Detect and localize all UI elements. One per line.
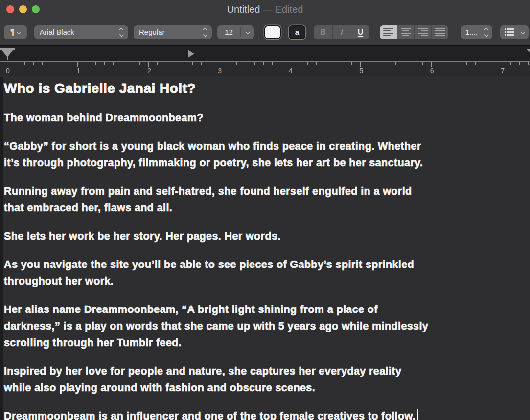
align-left-button[interactable] [380, 25, 397, 39]
document-heading: Who is Gabrielle Janai Holt? [4, 80, 527, 97]
font-family-value: Arial Black [40, 28, 74, 36]
ruler-tick [139, 62, 140, 65]
text-line: The woman behind Dreammoonbeam? [4, 110, 527, 126]
align-right-icon [418, 28, 428, 37]
chevron-up-down-icon [204, 28, 207, 36]
close-button[interactable] [6, 5, 14, 13]
ruler-tick [33, 62, 34, 65]
document-paragraph: Running away from pain and self-hatred, … [4, 183, 527, 216]
list-style-select[interactable] [500, 25, 529, 39]
text-line: Running away from pain and self-hatred, … [4, 183, 527, 199]
zoom-button[interactable] [32, 5, 40, 13]
ruler-tick [484, 62, 484, 65]
text-line: throughout her work. [4, 273, 527, 289]
text-line: Who is Gabrielle Janai Holt? [4, 80, 527, 97]
text-line: Inspired by her love for people and natu… [4, 363, 527, 379]
bold-button[interactable]: B [314, 25, 332, 39]
background-color-well[interactable]: a [289, 25, 305, 39]
ruler-number: 1 [76, 67, 80, 75]
bold-italic-underline-group: B I U [314, 25, 369, 39]
ruler-tick [184, 62, 184, 65]
align-center-button[interactable] [397, 25, 414, 39]
document-editing-area[interactable]: Who is Gabrielle Janai Holt?The woman be… [0, 77, 530, 420]
format-toolbar: ¶ Arial Black Regular 12 a B I U [0, 19, 530, 46]
ruler-tick [113, 62, 114, 65]
italic-button[interactable]: I [332, 25, 351, 39]
ruler-tick [528, 62, 529, 65]
ruler-tick [334, 62, 334, 65]
ruler-tick [16, 62, 16, 65]
ruler-tick [157, 62, 158, 65]
text-line: “Gabby” for short is a young black woman… [4, 138, 527, 155]
document-paragraph: Dreammoonbeam is an influencer and one o… [4, 408, 527, 420]
align-justify-icon [435, 28, 445, 37]
document-text: Who is Gabrielle Janai Holt?The woman be… [4, 80, 527, 420]
font-size-value: 12 [217, 28, 240, 36]
ruler-tick [87, 62, 87, 65]
paragraph-styles-dropdown[interactable]: ¶ [4, 25, 27, 39]
ruler-tick [95, 62, 96, 65]
traffic-lights [6, 5, 40, 13]
ruler-tick [24, 62, 25, 65]
ruler-tick [122, 62, 122, 65]
line-spacing-value: 1.... [465, 28, 478, 36]
ruler-tick [131, 62, 131, 65]
ruler-tick [51, 62, 51, 65]
document-paragraph: Her alias name Dreammoonbeam, “A bright … [4, 301, 527, 351]
line-spacing-select[interactable]: 1.... [461, 25, 492, 39]
ruler-tick [166, 62, 166, 65]
text-line: darkness,” is a play on words that she c… [4, 318, 527, 334]
minimize-button[interactable] [19, 5, 27, 13]
ruler-tick [449, 62, 449, 65]
ruler-number: 4 [289, 67, 293, 75]
document-paragraph: Inspired by her love for people and natu… [4, 363, 527, 396]
ruler-tick [510, 62, 511, 65]
ruler-tick [42, 62, 43, 65]
underline-button[interactable]: U [351, 25, 369, 39]
ruler-tick [466, 62, 467, 65]
text-line: while also playing around with fashion a… [4, 379, 527, 396]
tab-stop-marker[interactable] [188, 50, 194, 58]
ruler-tick [458, 62, 458, 65]
document-left-gutter [0, 77, 3, 420]
ruler-tick [246, 62, 246, 65]
title-bar: Untitled — Edited [0, 0, 530, 19]
document-paragraph: She lets her work be her story. Her page… [4, 228, 527, 244]
text-color-well[interactable] [264, 25, 281, 39]
chevron-up-down-icon [485, 28, 488, 36]
align-justify-button[interactable] [431, 25, 448, 39]
chevron-down-icon [521, 30, 525, 34]
ruler-tick [316, 62, 317, 65]
ruler-tick [236, 62, 237, 65]
ruler-tick [210, 62, 210, 65]
text-line: Her alias name Dreammoonbeam, “A bright … [4, 301, 527, 318]
bold-label: B [320, 28, 326, 37]
ruler-tick [272, 62, 273, 65]
right-indent-marker[interactable] [526, 49, 530, 55]
text-line: scrolling through her Tumblr feed. [4, 334, 527, 351]
background-color-well-label: a [295, 28, 299, 36]
font-size-combo[interactable]: 12 [217, 25, 254, 39]
text-cursor [417, 409, 418, 420]
ruler-tick [175, 62, 175, 65]
ruler-tick [69, 62, 69, 65]
window-title: Untitled — Edited [227, 4, 303, 15]
font-size-dropdown-button[interactable] [241, 31, 254, 34]
font-family-select[interactable]: Arial Black [34, 25, 128, 39]
ruler-tick [395, 62, 396, 65]
ruler-tick [263, 62, 264, 65]
ruler-ticks: 01234567 [0, 61, 530, 76]
document-paragraph: As you navigate the site you’ll be able … [4, 256, 527, 289]
ruler-marker-band [0, 46, 530, 61]
align-left-icon [383, 28, 393, 37]
align-right-button[interactable] [414, 25, 431, 39]
ruler-number: 5 [359, 67, 363, 75]
ruler-tick [192, 62, 193, 65]
document-paragraph: “Gabby” for short is a young black woman… [4, 138, 527, 171]
typeface-select[interactable]: Regular [134, 25, 212, 39]
window-title-name: Untitled [227, 4, 260, 15]
ruler-tick [201, 62, 202, 65]
ruler-tick [475, 62, 476, 65]
ruler-tick [228, 62, 228, 65]
document-paragraph: The woman behind Dreammoonbeam? [4, 110, 527, 126]
